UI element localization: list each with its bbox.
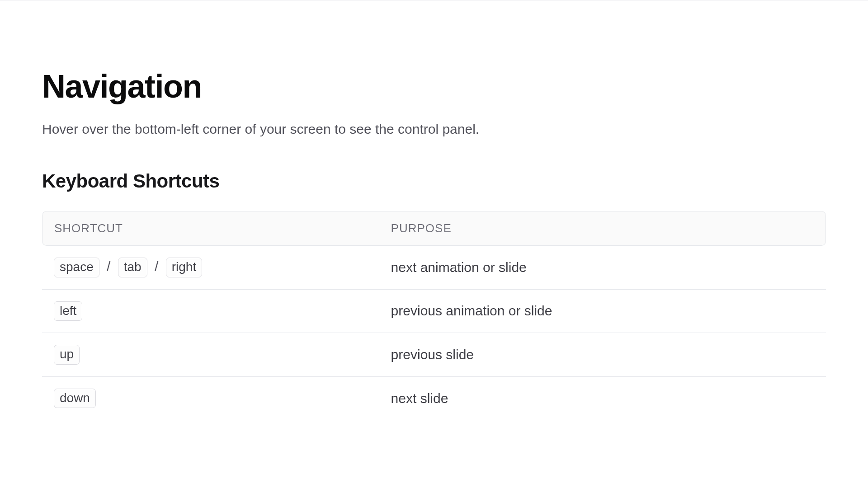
content-area: Navigation Hover over the bottom-left co…: [0, 0, 868, 420]
header-purpose: PURPOSE: [379, 211, 826, 246]
purpose-cell: next slide: [379, 377, 826, 420]
key: up: [54, 345, 80, 365]
purpose-cell: previous animation or slide: [379, 290, 826, 333]
top-divider: [0, 0, 868, 0]
page-subtitle: Hover over the bottom-left corner of you…: [42, 120, 826, 139]
table-row: up previous slide: [42, 333, 826, 377]
key: left: [54, 301, 82, 321]
key-separator: /: [151, 259, 162, 274]
shortcut-cell: space / tab / right: [42, 246, 379, 290]
key: right: [166, 258, 202, 277]
shortcut-cell: down: [42, 377, 379, 420]
key: space: [54, 258, 99, 277]
purpose-cell: next animation or slide: [379, 246, 826, 290]
shortcut-cell: left: [42, 290, 379, 333]
table-row: left previous animation or slide: [42, 290, 826, 333]
page-title: Navigation: [42, 70, 826, 103]
table-row: space / tab / right next animation or sl…: [42, 246, 826, 290]
shortcuts-table: SHORTCUT PURPOSE space / tab / right nex…: [42, 211, 826, 420]
key-separator: /: [103, 259, 114, 274]
shortcut-cell: up: [42, 333, 379, 377]
purpose-cell: previous slide: [379, 333, 826, 377]
header-shortcut: SHORTCUT: [42, 211, 379, 246]
section-title: Keyboard Shortcuts: [42, 170, 826, 192]
table-header-row: SHORTCUT PURPOSE: [42, 211, 826, 246]
key: tab: [118, 258, 147, 277]
key: down: [54, 389, 96, 408]
table-row: down next slide: [42, 377, 826, 420]
